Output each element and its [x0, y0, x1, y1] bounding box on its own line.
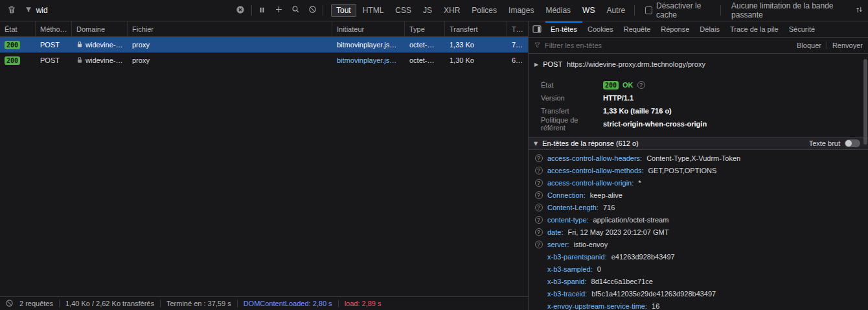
header-name[interactable]: date [547, 228, 563, 236]
header-name[interactable]: access-control-allow-headers [547, 154, 642, 162]
help-icon[interactable]: ? [535, 204, 543, 211]
help-icon[interactable]: ? [535, 216, 543, 224]
header-row: x-b3-traceid bf5c1a412035e29de41263d928b… [529, 287, 868, 300]
filter-button-all[interactable]: Tout [331, 4, 356, 17]
disable-cache-checkbox[interactable] [645, 6, 652, 14]
header-name[interactable]: content-type [547, 216, 589, 224]
header-name[interactable]: access-control-allow-methods [547, 167, 644, 174]
help-icon[interactable]: ? [535, 167, 543, 174]
toolbar-separator [634, 5, 635, 16]
help-icon[interactable]: ? [535, 241, 543, 248]
url-filter-input[interactable]: wid [22, 3, 247, 18]
column-header-time[interactable]: T… [507, 21, 528, 36]
tab-response[interactable]: Réponse [656, 21, 694, 37]
response-headers-title: En-têtes de la réponse (612 o) [542, 139, 639, 147]
transferred-cell: 1,30 Ko [445, 56, 507, 64]
header-row: ? Connection keep-alive [529, 189, 868, 201]
header-name[interactable]: x-envoy-upstream-service-time [547, 302, 647, 310]
response-headers-section-header[interactable]: ▼ En-têtes de la réponse (612 o) Texte b… [529, 137, 868, 150]
tab-stack-trace[interactable]: Trace de la pile [725, 21, 784, 37]
headers-filter-input[interactable]: Filtrer les en-têtes [545, 42, 602, 49]
status-text: OK [622, 81, 634, 89]
raw-text-toggle[interactable] [845, 139, 860, 147]
column-header-file[interactable]: Fichier [128, 21, 332, 36]
filter-button-other[interactable]: Autre [601, 4, 630, 17]
details-scrollbar[interactable] [863, 59, 867, 145]
tab-request[interactable]: Requête [619, 21, 656, 37]
network-status-bar: 2 requêtes 1,40 Ko / 2,62 Ko transférés … [0, 296, 528, 310]
column-header-domain[interactable]: Domaine [72, 21, 128, 36]
filter-button-images[interactable]: Images [503, 4, 539, 17]
header-name[interactable]: x-b3-traceid [547, 290, 587, 298]
toolbar-separator [251, 5, 252, 16]
load-time[interactable]: load: 2,89 s [345, 300, 382, 307]
filter-button-js[interactable]: JS [418, 4, 437, 17]
referrer-policy-value: strict-origin-when-cross-origin [603, 120, 707, 128]
help-icon[interactable]: ? [535, 154, 543, 162]
network-toolbar: wid [0, 0, 868, 21]
throttle-off-icon[interactable] [5, 299, 14, 309]
column-header-type[interactable]: Type [405, 21, 445, 36]
header-row: x-b3-sampled 0 [529, 263, 868, 275]
chevron-right-icon[interactable]: ▶ [534, 62, 538, 67]
filter-button-media[interactable]: Médias [540, 4, 576, 17]
summary-transfer-row: Transfert 1,33 Ko (taille 716 o) [541, 104, 868, 117]
filter-button-html[interactable]: HTML [358, 4, 389, 17]
help-icon[interactable]: ? [637, 81, 645, 89]
tab-cookies[interactable]: Cookies [582, 21, 619, 37]
disable-cache-control[interactable]: Désactiver le cache [645, 1, 716, 19]
filter-button-css[interactable]: CSS [390, 4, 417, 17]
header-name[interactable]: access-control-allow-origin [547, 179, 634, 187]
column-header-status[interactable]: État [0, 21, 36, 36]
request-row[interactable]: 200 POST widevine-… proxy bitmovinplayer… [0, 53, 528, 68]
help-icon[interactable]: ? [535, 179, 543, 187]
header-name[interactable]: Connection [547, 191, 586, 199]
block-button[interactable]: Bloquer [797, 42, 821, 49]
column-header-method[interactable]: Métho… [36, 21, 72, 36]
plus-icon [275, 5, 283, 16]
filter-button-fonts[interactable]: Polices [466, 4, 502, 17]
throttling-select[interactable]: Aucune limitation de la bande passante [731, 1, 863, 19]
new-request-button[interactable] [273, 3, 286, 18]
initiator-link[interactable]: bitmovinplayer.js… [337, 56, 396, 64]
header-value: bf5c1a412035e29de41263d928b43497 [591, 290, 716, 298]
dom-content-loaded-time[interactable]: DOMContentLoaded: 2,80 s [244, 300, 332, 307]
tab-headers[interactable]: En-têtes [545, 21, 582, 37]
sidebar-toggle-icon[interactable] [529, 21, 545, 37]
header-name[interactable]: x-b3-parentspanid [547, 253, 607, 261]
disable-cache-label: Désactiver le cache [656, 1, 716, 19]
header-value: application/octet-stream [593, 216, 669, 224]
chevron-down-icon[interactable]: ▼ [534, 141, 538, 147]
header-name[interactable]: server [547, 241, 569, 248]
header-row: x-envoy-upstream-service-time 16 [529, 300, 868, 310]
initiator-link[interactable]: bitmovinplayer.js… [337, 41, 396, 49]
headers-actions: Bloquer Renvoyer [797, 42, 863, 49]
column-header-initiator[interactable]: Initiateur [332, 21, 405, 36]
resend-button[interactable]: Renvoyer [832, 42, 863, 49]
help-icon[interactable]: ? [535, 191, 543, 199]
block-requests-button[interactable] [306, 3, 319, 18]
header-name[interactable]: x-b3-spanid [547, 278, 587, 285]
help-icon[interactable]: ? [535, 228, 543, 236]
type-cell: octet-… [405, 56, 445, 64]
tab-timings[interactable]: Délais [694, 21, 725, 37]
header-name[interactable]: Content-Length [547, 204, 599, 211]
clear-requests-button[interactable] [5, 3, 18, 18]
header-row: ? date Fri, 12 May 2023 20:12:07 GMT [529, 226, 868, 238]
header-value: 716 [603, 204, 615, 211]
clear-filter-button[interactable] [236, 5, 245, 16]
trash-icon [7, 5, 16, 16]
header-row: ? Content-Length 716 [529, 201, 868, 213]
request-row[interactable]: 200 POST widevine-… proxy bitmovinplayer… [0, 37, 528, 53]
tab-security[interactable]: Sécurité [784, 21, 820, 37]
search-button[interactable] [290, 3, 303, 18]
summary-referrer-row: Politique de référent strict-origin-when… [541, 117, 868, 130]
filter-button-xhr[interactable]: XHR [439, 4, 465, 17]
column-header-transferred[interactable]: Transfert [445, 21, 507, 36]
request-summary-row[interactable]: ▶ POST https://widevine-proxy.drm.techno… [529, 56, 868, 72]
filter-button-ws[interactable]: WS [577, 4, 600, 17]
header-value: keep-alive [590, 191, 622, 199]
pause-updates-button[interactable] [256, 3, 269, 18]
header-name[interactable]: x-b3-sampled [547, 265, 593, 273]
status-badge: 200 [5, 41, 20, 49]
